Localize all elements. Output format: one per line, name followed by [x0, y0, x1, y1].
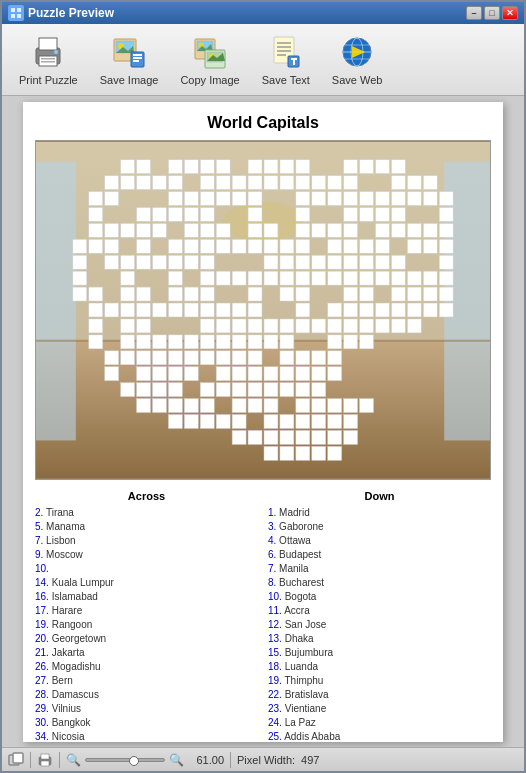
svg-rect-130	[137, 239, 151, 253]
svg-rect-70	[296, 175, 310, 189]
svg-rect-257	[184, 350, 198, 364]
svg-rect-56	[360, 159, 374, 173]
svg-rect-241	[168, 334, 182, 348]
svg-rect-282	[168, 382, 182, 396]
svg-rect-287	[264, 382, 278, 396]
svg-rect-260	[232, 350, 246, 364]
svg-rect-112	[152, 223, 166, 237]
svg-rect-273	[248, 366, 262, 380]
clue-item: 1. Madrid	[268, 506, 491, 520]
svg-rect-256	[168, 350, 182, 364]
copy-image-button[interactable]: Copy Image	[171, 27, 248, 92]
svg-rect-203	[137, 303, 151, 317]
zoom-value: 61.00	[188, 754, 224, 766]
svg-rect-73	[344, 175, 358, 189]
svg-rect-121	[344, 223, 358, 237]
svg-rect-137	[264, 239, 278, 253]
svg-rect-321	[328, 430, 342, 444]
svg-rect-207	[200, 303, 214, 317]
svg-rect-314	[344, 414, 358, 428]
zoom-in-icon[interactable]: 🔍	[169, 753, 184, 767]
svg-rect-118	[296, 223, 310, 237]
svg-rect-60	[121, 175, 135, 189]
save-image-button[interactable]: Save Image	[91, 27, 168, 92]
svg-rect-71	[312, 175, 326, 189]
svg-rect-324	[280, 446, 294, 460]
svg-rect-133	[200, 239, 214, 253]
zoom-thumb[interactable]	[129, 756, 139, 766]
clue-item: 13. Dhaka	[268, 632, 491, 646]
svg-rect-286	[248, 382, 262, 396]
svg-rect-51	[248, 159, 262, 173]
svg-rect-219	[439, 303, 453, 317]
svg-rect-288	[280, 382, 294, 396]
svg-rect-271	[216, 366, 230, 380]
svg-rect-226	[248, 318, 262, 332]
svg-rect-234	[376, 318, 390, 332]
svg-rect-208	[216, 303, 230, 317]
page-container: World Capitals	[23, 102, 503, 742]
svg-rect-228	[280, 318, 294, 332]
svg-rect-281	[152, 382, 166, 396]
svg-rect-246	[248, 334, 262, 348]
clue-item: 17. Harare	[35, 604, 258, 618]
svg-rect-134	[216, 239, 230, 253]
svg-rect-247	[264, 334, 278, 348]
svg-rect-81	[200, 191, 214, 205]
svg-rect-242	[184, 334, 198, 348]
svg-rect-150	[137, 255, 151, 269]
save-web-button[interactable]: Save Web	[323, 27, 392, 92]
svg-rect-301	[328, 398, 342, 412]
svg-rect-198	[423, 287, 437, 301]
svg-rect-80	[184, 191, 198, 205]
svg-rect-47	[168, 159, 182, 173]
svg-rect-297	[248, 398, 262, 412]
toolbar: Print Puzzle Save Image	[2, 24, 524, 96]
svg-rect-243	[200, 334, 214, 348]
zoom-out-icon[interactable]: 🔍	[66, 753, 81, 767]
svg-rect-326	[312, 446, 326, 460]
svg-rect-147	[73, 255, 87, 269]
svg-rect-77	[89, 191, 103, 205]
svg-rect-190	[200, 287, 214, 301]
svg-rect-230	[312, 318, 326, 332]
svg-rect-279	[121, 382, 135, 396]
minimize-button[interactable]: –	[466, 6, 482, 20]
svg-rect-255	[152, 350, 166, 364]
svg-rect-210	[248, 303, 262, 317]
svg-rect-104	[360, 207, 374, 221]
svg-rect-140	[328, 239, 342, 253]
svg-point-9	[54, 50, 58, 54]
svg-rect-227	[264, 318, 278, 332]
svg-rect-113	[184, 223, 198, 237]
close-button[interactable]: ✕	[502, 6, 518, 20]
clue-item: 8. Bucharest	[268, 576, 491, 590]
clue-item: 6. Budapest	[268, 548, 491, 562]
svg-rect-40	[36, 340, 490, 477]
maximize-button[interactable]: □	[484, 6, 500, 20]
svg-rect-165	[73, 271, 87, 285]
svg-rect-332	[41, 754, 49, 759]
svg-rect-220	[89, 318, 103, 332]
crossword-image	[35, 140, 491, 480]
svg-rect-285	[232, 382, 246, 396]
svg-rect-294	[184, 398, 198, 412]
svg-rect-124	[407, 223, 421, 237]
svg-rect-239	[137, 334, 151, 348]
svg-rect-154	[200, 255, 214, 269]
svg-rect-83	[232, 191, 246, 205]
svg-rect-115	[216, 223, 230, 237]
svg-rect-171	[248, 271, 262, 285]
svg-rect-193	[296, 287, 310, 301]
svg-rect-90	[376, 191, 390, 205]
svg-rect-50	[216, 159, 230, 173]
title-bar: Puzzle Preview – □ ✕	[2, 2, 524, 24]
clue-item: 25. Addis Ababa	[268, 730, 491, 742]
save-text-button[interactable]: Save Text	[253, 27, 319, 92]
zoom-controls: 🔍 🔍 61.00	[66, 753, 224, 767]
main-window: Puzzle Preview – □ ✕ Print Puzzle	[0, 0, 526, 773]
print-icon	[37, 752, 53, 768]
zoom-slider[interactable]	[85, 758, 165, 762]
print-puzzle-button[interactable]: Print Puzzle	[10, 27, 87, 92]
puzzle-title: World Capitals	[35, 114, 491, 132]
